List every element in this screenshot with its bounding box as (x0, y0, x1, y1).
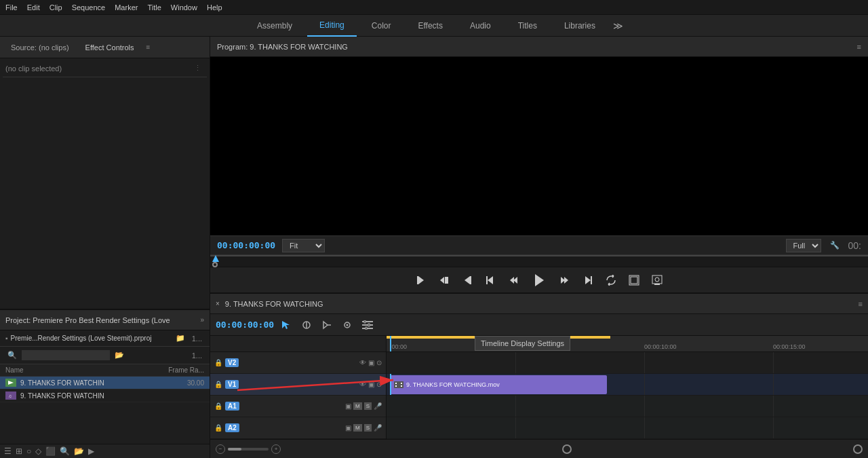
workspace-more[interactable]: ≫ (613, 20, 623, 31)
timeline-timecode[interactable]: 00:00:00:00 (216, 320, 274, 330)
menu-sequence[interactable]: Sequence (72, 3, 106, 12)
zoom-slider[interactable] (228, 448, 269, 451)
v2-eye-icon[interactable]: 👁 (359, 359, 366, 366)
a1-mic-icon[interactable]: 🎤 (374, 402, 382, 410)
razor-tool[interactable] (319, 317, 335, 333)
a2-solo[interactable]: S (364, 424, 372, 432)
loop-btn[interactable] (601, 271, 620, 290)
settings-icon[interactable]: 00: (848, 240, 861, 251)
track-row-v1[interactable]: 9. THANKS FOR WATCHING.mov (387, 374, 868, 396)
playhead-end-circle[interactable] (853, 444, 863, 454)
track-id-v2[interactable]: V2 (225, 358, 239, 367)
a2-film-icon[interactable]: ▣ (345, 424, 351, 432)
video-clip[interactable]: 9. THANKS FOR WATCHING.mov (390, 375, 607, 394)
monitor-menu-btn[interactable]: ≡ (857, 43, 861, 51)
tab-effects[interactable]: Effects (406, 15, 454, 37)
export-frame-btn[interactable] (648, 271, 667, 290)
go-end-btn[interactable] (578, 271, 597, 290)
tab-libraries[interactable]: Libraries (552, 15, 608, 37)
new-item-btn[interactable]: ▶ (88, 446, 94, 456)
a2-lock[interactable]: 🔒 (214, 424, 222, 432)
menu-title[interactable]: Title (147, 3, 161, 12)
a1-mute[interactable]: M (353, 402, 362, 410)
new-bin-btn[interactable]: 📂 (74, 446, 84, 456)
menu-window[interactable]: Window (171, 3, 197, 12)
search-media-btn[interactable]: 🔍 (60, 446, 70, 456)
a1-solo[interactable]: S (364, 402, 372, 410)
svg-rect-5 (417, 276, 418, 284)
project-item-0[interactable]: 9. THANKS FOR WATCHIN 30.00 (0, 377, 210, 389)
tab-titles[interactable]: Titles (506, 15, 549, 37)
timeline-menu-btn[interactable]: ≡ (859, 300, 863, 308)
zoom-in-btn[interactable]: + (271, 444, 281, 454)
project-expand[interactable]: » (200, 316, 204, 324)
v2-lock[interactable]: 🔒 (214, 359, 222, 366)
tab-assembly[interactable]: Assembly (245, 15, 304, 37)
track-id-a1[interactable]: A1 (225, 402, 239, 411)
a2-mic-icon[interactable]: 🎤 (374, 424, 382, 432)
v1-lock[interactable]: 🔒 (214, 381, 222, 388)
monitor-header: Program: 9. THANKS FOR WATCHING ≡ (210, 37, 868, 57)
monitor-scrubber[interactable] (210, 254, 868, 267)
v2-film-icon[interactable]: ▣ (368, 359, 374, 366)
snap-btn[interactable] (339, 317, 355, 333)
step-fwd-btn[interactable] (555, 271, 574, 290)
list-view-btn[interactable]: ☰ (4, 446, 12, 456)
menu-clip[interactable]: Clip (50, 3, 62, 12)
project-list-btn[interactable]: 1... (190, 333, 204, 344)
go-start-btn[interactable] (481, 271, 500, 290)
fit-selector[interactable]: Fit 25% 50% 75% 100% (282, 239, 325, 252)
v1-film-icon[interactable]: ▣ (368, 381, 374, 388)
zoom-thumb[interactable] (228, 448, 241, 451)
menu-edit[interactable]: Edit (27, 3, 40, 12)
selection-tool[interactable] (278, 317, 294, 333)
timeline-settings-btn[interactable] (359, 317, 376, 333)
play-btn[interactable] (527, 268, 551, 292)
track-id-a2[interactable]: A2 (225, 423, 239, 432)
find-btn[interactable]: ⬛ (45, 446, 56, 456)
tab-editing[interactable]: Editing (307, 15, 357, 37)
menu-file[interactable]: File (5, 3, 18, 12)
track-row-a1[interactable] (387, 396, 868, 417)
project-panel: Project: Premiere Pro Best Render Settin… (0, 309, 210, 458)
tab-audio[interactable]: Audio (458, 15, 503, 37)
prev-frame-btn[interactable] (435, 271, 454, 290)
tab-color[interactable]: Color (359, 15, 403, 37)
track-row-v2[interactable] (387, 352, 868, 374)
project-folder-btn[interactable]: 📁 (174, 332, 187, 344)
full-selector[interactable]: Full 1/2 1/4 (786, 239, 821, 252)
step-back-btn[interactable] (504, 271, 523, 290)
menu-marker[interactable]: Marker (115, 3, 138, 12)
mark-in-btn[interactable] (412, 271, 431, 290)
icon-view-btn[interactable]: ⊞ (16, 446, 22, 456)
tab-source[interactable]: Source: (no clips) (5, 41, 75, 54)
a1-lock[interactable]: 🔒 (214, 402, 222, 410)
project-item-1[interactable]: ♫ 9. THANKS FOR WATCHIN (0, 389, 210, 402)
v1-sync-icon[interactable]: ⊙ (376, 381, 382, 388)
svg-marker-24 (282, 321, 290, 329)
v2-sync-icon[interactable]: ⊙ (376, 359, 382, 366)
safe-margins-btn[interactable] (625, 271, 644, 290)
effect-controls-menu[interactable]: ≡ (146, 43, 151, 51)
freeform-btn[interactable]: ○ (26, 446, 31, 456)
a1-film-icon[interactable]: ▣ (345, 402, 351, 410)
track-row-a2[interactable] (387, 417, 868, 439)
track-id-v1[interactable]: V1 (225, 380, 239, 389)
tab-effect-controls[interactable]: Effect Controls (80, 41, 140, 54)
resize-handle[interactable]: ⋮ (194, 64, 201, 73)
search-icon[interactable]: 🔍 (5, 349, 19, 361)
program-timecode[interactable]: 00:00:00:00 (217, 240, 275, 250)
zoom-out-btn[interactable]: − (216, 444, 225, 454)
scrubber-circle[interactable] (212, 262, 218, 267)
wrench-icon[interactable]: 🔧 (828, 240, 842, 251)
ripple-edit-tool[interactable] (298, 317, 315, 333)
playhead-circle-bottom[interactable] (562, 444, 572, 454)
new-bin-icon[interactable]: 📂 (113, 349, 126, 361)
timeline-close-btn[interactable]: × (216, 300, 220, 307)
a2-mute[interactable]: M (353, 424, 362, 432)
automate-btn[interactable]: ◇ (35, 446, 41, 456)
v1-eye-icon[interactable]: 👁 (359, 381, 366, 388)
menu-help[interactable]: Help (207, 3, 222, 12)
search-input[interactable] (22, 350, 110, 360)
mark-out-btn[interactable] (458, 271, 477, 290)
